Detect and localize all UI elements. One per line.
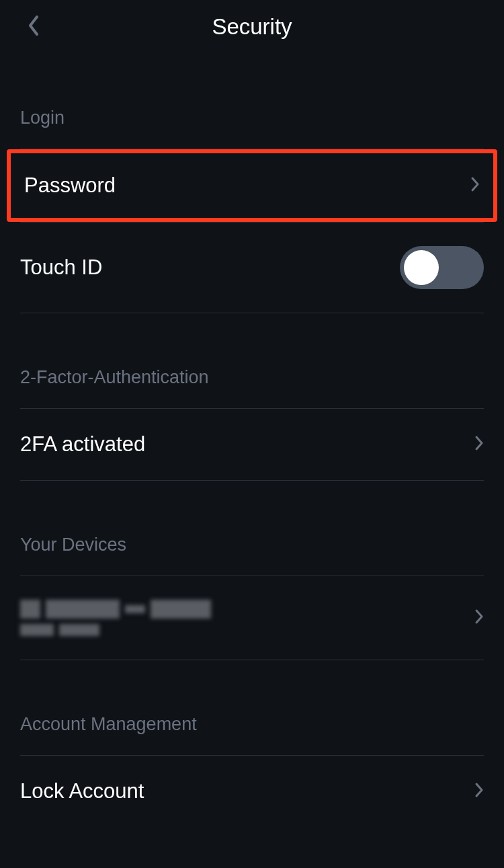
section-login: Login Password Touch ID xyxy=(0,108,504,313)
section-2fa: 2-Factor-Authentication 2FA activated xyxy=(0,367,504,481)
touchid-toggle[interactable] xyxy=(400,246,484,289)
toggle-knob xyxy=(404,250,439,285)
lock-account-row[interactable]: Lock Account xyxy=(20,756,484,827)
password-highlight: Password xyxy=(7,149,497,222)
chevron-right-icon xyxy=(474,782,484,801)
2fa-status-label: 2FA activated xyxy=(20,432,145,457)
password-label: Password xyxy=(24,173,116,198)
chevron-right-icon xyxy=(470,176,480,195)
section-devices-title: Your Devices xyxy=(20,535,484,576)
section-login-title: Login xyxy=(20,108,484,149)
back-button[interactable] xyxy=(27,14,40,40)
page-title: Security xyxy=(212,14,292,40)
device-name-redacted xyxy=(20,600,211,636)
password-row[interactable]: Password xyxy=(24,153,480,218)
lock-account-label: Lock Account xyxy=(20,779,144,803)
touchid-row: Touch ID xyxy=(20,223,484,313)
2fa-row[interactable]: 2FA activated xyxy=(20,409,484,481)
chevron-right-icon xyxy=(474,435,484,454)
section-account: Account Management Lock Account xyxy=(0,714,504,827)
chevron-left-icon xyxy=(27,14,40,40)
chevron-right-icon xyxy=(474,608,484,627)
section-account-title: Account Management xyxy=(20,714,484,755)
touchid-label: Touch ID xyxy=(20,255,102,280)
device-row[interactable] xyxy=(20,576,484,660)
section-devices: Your Devices xyxy=(0,535,504,660)
section-2fa-title: 2-Factor-Authentication xyxy=(20,367,484,408)
header: Security xyxy=(0,0,504,54)
